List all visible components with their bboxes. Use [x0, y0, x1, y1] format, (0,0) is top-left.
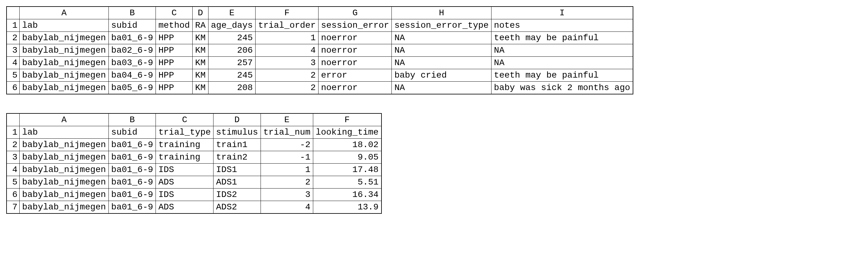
cell[interactable]: stimulus	[214, 126, 260, 139]
cell[interactable]: ADS2	[214, 201, 260, 214]
cell[interactable]: 245	[208, 69, 255, 82]
cell[interactable]: trial_order	[255, 19, 318, 32]
cell[interactable]: training	[156, 151, 214, 163]
cell[interactable]: IDS	[156, 163, 214, 176]
cell[interactable]: age_days	[208, 19, 255, 32]
row-number[interactable]: 6	[6, 82, 20, 94]
cell[interactable]: HPP	[156, 32, 193, 44]
cell[interactable]: KM	[193, 82, 209, 94]
column-header[interactable]: C	[156, 6, 193, 19]
cell[interactable]: trial_num	[260, 126, 313, 139]
cell[interactable]: 18.02	[313, 139, 381, 151]
row-number[interactable]: 3	[6, 151, 20, 163]
cell[interactable]: NA	[491, 57, 633, 69]
cell[interactable]: 17.48	[313, 163, 381, 176]
cell[interactable]: 208	[208, 82, 255, 94]
cell[interactable]: lab	[20, 19, 109, 32]
column-header[interactable]: H	[392, 6, 491, 19]
cell[interactable]: noerror	[318, 57, 392, 69]
cell[interactable]: KM	[193, 57, 209, 69]
cell[interactable]: 2	[260, 176, 313, 188]
cell[interactable]: 2	[255, 82, 318, 94]
cell[interactable]: HPP	[156, 44, 193, 57]
cell[interactable]: ADS1	[214, 176, 260, 188]
cell[interactable]: babylab_nijmegen	[20, 32, 109, 44]
cell[interactable]: RA	[193, 19, 209, 32]
cell[interactable]: method	[156, 19, 193, 32]
cell[interactable]: subid	[108, 126, 156, 139]
cell[interactable]: ADS	[156, 201, 214, 214]
cell[interactable]: NA	[392, 32, 491, 44]
cell[interactable]: baby was sick 2 months ago	[491, 82, 633, 94]
row-number[interactable]: 3	[6, 44, 20, 57]
cell[interactable]: looking_time	[313, 126, 381, 139]
cell[interactable]: KM	[193, 32, 209, 44]
row-number[interactable]: 7	[6, 201, 20, 214]
column-header[interactable]: D	[214, 113, 260, 126]
cell[interactable]: session_error	[318, 19, 392, 32]
column-header[interactable]: E	[208, 6, 255, 19]
cell[interactable]: ba01_6-9	[108, 151, 156, 163]
cell[interactable]: noerror	[318, 32, 392, 44]
cell[interactable]: ba03_6-9	[108, 57, 156, 69]
cell[interactable]: NA	[392, 82, 491, 94]
cell[interactable]: HPP	[156, 57, 193, 69]
cell[interactable]: trial_type	[156, 126, 214, 139]
cell[interactable]: train1	[214, 139, 260, 151]
cell[interactable]: NA	[491, 44, 633, 57]
cell[interactable]: HPP	[156, 82, 193, 94]
cell[interactable]: -1	[260, 151, 313, 163]
cell[interactable]: NA	[392, 44, 491, 57]
cell[interactable]: subid	[108, 19, 156, 32]
cell[interactable]: -2	[260, 139, 313, 151]
row-number[interactable]: 5	[6, 69, 20, 82]
cell[interactable]: 9.05	[313, 151, 381, 163]
row-number[interactable]: 1	[6, 126, 20, 139]
cell[interactable]: 4	[260, 201, 313, 214]
row-number[interactable]: 4	[6, 57, 20, 69]
cell[interactable]: ba02_6-9	[108, 44, 156, 57]
cell[interactable]: 245	[208, 32, 255, 44]
cell[interactable]: error	[318, 69, 392, 82]
cell[interactable]: 3	[260, 188, 313, 201]
cell[interactable]: ba01_6-9	[108, 188, 156, 201]
cell[interactable]: babylab_nijmegen	[20, 82, 109, 94]
cell[interactable]: babylab_nijmegen	[20, 188, 109, 201]
column-header[interactable]: F	[313, 113, 381, 126]
cell[interactable]: babylab_nijmegen	[20, 57, 109, 69]
cell[interactable]: HPP	[156, 69, 193, 82]
column-header[interactable]: E	[260, 113, 313, 126]
cell[interactable]: teeth may be painful	[491, 32, 633, 44]
column-header[interactable]: F	[255, 6, 318, 19]
column-header[interactable]: I	[491, 6, 633, 19]
cell[interactable]: babylab_nijmegen	[20, 176, 109, 188]
cell[interactable]: 5.51	[313, 176, 381, 188]
row-number[interactable]: 6	[6, 188, 20, 201]
row-number[interactable]: 5	[6, 176, 20, 188]
cell[interactable]: ba01_6-9	[108, 139, 156, 151]
column-header[interactable]: A	[20, 6, 109, 19]
cell[interactable]: 3	[255, 57, 318, 69]
cell[interactable]: 1	[255, 32, 318, 44]
cell[interactable]: train2	[214, 151, 260, 163]
cell[interactable]: ba01_6-9	[108, 163, 156, 176]
cell[interactable]: 13.9	[313, 201, 381, 214]
column-header[interactable]: B	[108, 6, 156, 19]
cell[interactable]: ADS	[156, 176, 214, 188]
cell[interactable]: IDS1	[214, 163, 260, 176]
column-header[interactable]: D	[193, 6, 209, 19]
cell[interactable]: NA	[392, 57, 491, 69]
cell[interactable]: KM	[193, 44, 209, 57]
cell[interactable]: KM	[193, 69, 209, 82]
cell[interactable]: ba04_6-9	[108, 69, 156, 82]
row-number[interactable]: 1	[6, 19, 20, 32]
cell[interactable]: babylab_nijmegen	[20, 69, 109, 82]
cell[interactable]: ba01_6-9	[108, 32, 156, 44]
column-header[interactable]: B	[108, 113, 156, 126]
cell[interactable]: noerror	[318, 82, 392, 94]
cell[interactable]: ba01_6-9	[108, 201, 156, 214]
cell[interactable]: noerror	[318, 44, 392, 57]
row-number[interactable]: 2	[6, 32, 20, 44]
cell[interactable]: 206	[208, 44, 255, 57]
column-header[interactable]: C	[156, 113, 214, 126]
